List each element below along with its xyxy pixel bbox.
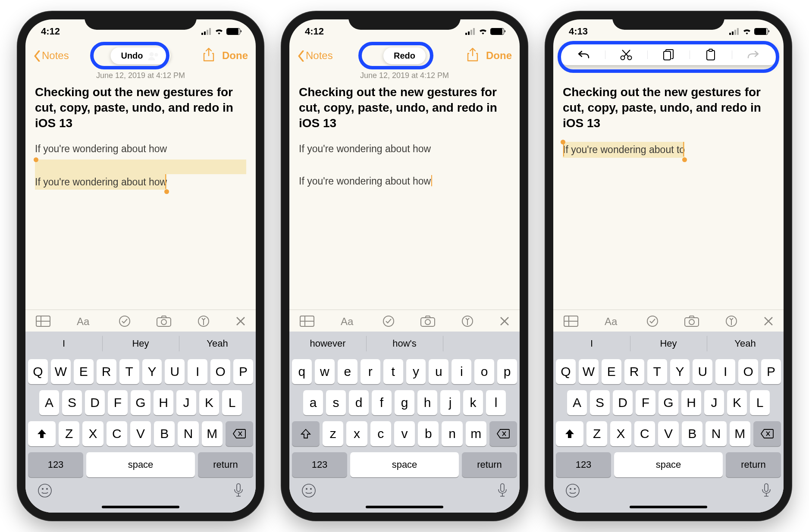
key-o[interactable]: o [474,359,494,384]
done-button[interactable]: Done [486,50,512,62]
key-b[interactable]: B [682,421,702,446]
key-s[interactable]: S [62,390,82,415]
key-y[interactable]: Y [142,359,162,384]
number-key[interactable]: 123 [556,452,611,477]
key-m[interactable]: M [202,421,223,446]
key-x[interactable]: X [82,421,103,446]
key-y[interactable]: Y [670,359,690,384]
number-key[interactable]: 123 [28,452,83,477]
key-f[interactable]: F [108,390,128,415]
key-c[interactable]: C [107,421,127,446]
key-j[interactable]: j [440,390,460,415]
table-icon[interactable] [36,316,50,327]
home-indicator[interactable] [630,506,707,508]
delete-key[interactable] [489,421,517,446]
table-icon[interactable] [300,316,314,327]
key-x[interactable]: X [610,421,631,446]
key-l[interactable]: L [750,390,770,415]
key-i[interactable]: I [715,359,735,384]
predictive-3[interactable] [443,332,520,356]
key-a[interactable]: A [39,390,59,415]
markup-icon[interactable] [725,315,737,327]
key-o[interactable]: O [738,359,758,384]
selection-handle-end[interactable] [682,157,687,162]
space-key[interactable]: space [86,452,195,477]
key-g[interactable]: g [395,390,414,415]
space-key[interactable]: space [614,452,723,477]
delete-key[interactable] [753,421,781,446]
key-i[interactable]: i [452,359,471,384]
key-e[interactable]: E [74,359,94,384]
key-x[interactable]: x [346,421,367,446]
shift-key[interactable] [556,421,583,446]
delete-key[interactable] [226,421,253,446]
predictive-1[interactable]: however [289,332,366,356]
key-y[interactable]: y [406,359,426,384]
text-format-icon[interactable]: Aa [77,316,92,327]
key-q[interactable]: Q [28,359,48,384]
key-q[interactable]: Q [556,359,576,384]
shift-key[interactable] [292,421,320,446]
key-k[interactable]: k [463,390,483,415]
close-toolbar-icon[interactable] [500,316,509,326]
predictive-2[interactable]: Hey [630,332,707,356]
key-c[interactable]: C [634,421,655,446]
key-t[interactable]: T [119,359,139,384]
edit-undo[interactable] [563,49,605,61]
key-c[interactable]: c [370,421,391,446]
key-k[interactable]: K [727,390,747,415]
key-v[interactable]: V [658,421,679,446]
nav-back-button[interactable]: Notes [33,50,69,62]
key-w[interactable]: W [579,359,599,384]
key-p[interactable]: p [497,359,517,384]
key-z[interactable]: z [323,421,343,446]
key-s[interactable]: s [326,390,346,415]
key-b[interactable]: b [418,421,439,446]
markup-icon[interactable] [198,315,210,327]
space-key[interactable]: space [350,452,459,477]
key-h[interactable]: H [154,390,173,415]
key-i[interactable]: I [188,359,207,384]
dictation-key[interactable] [497,483,508,498]
key-j[interactable]: J [704,390,724,415]
key-n[interactable]: N [706,421,726,446]
home-indicator[interactable] [366,506,443,508]
key-a[interactable]: a [303,390,323,415]
predictive-1[interactable]: I [553,332,630,356]
key-z[interactable]: Z [59,421,79,446]
key-l[interactable]: l [486,390,506,415]
emoji-key[interactable] [565,483,580,498]
note-content[interactable]: June 12, 2019 at 4:12 PM Checking out th… [25,69,256,310]
key-u[interactable]: U [165,359,185,384]
text-format-icon[interactable]: Aa [341,316,356,327]
predictive-3[interactable]: Yeah [179,332,256,356]
key-b[interactable]: B [154,421,175,446]
key-a[interactable]: A [567,390,587,415]
key-r[interactable]: R [97,359,116,384]
camera-icon[interactable] [684,316,699,327]
emoji-key[interactable] [301,483,316,498]
emoji-key[interactable] [38,483,52,498]
camera-icon[interactable] [420,316,435,327]
table-icon[interactable] [564,316,578,327]
key-r[interactable]: R [624,359,644,384]
key-p[interactable]: P [761,359,781,384]
checklist-icon[interactable] [119,315,131,327]
note-content[interactable]: · Checking out the new gestures for cut,… [553,69,784,310]
edit-paste[interactable] [690,49,732,61]
key-p[interactable]: P [233,359,253,384]
predictive-1[interactable]: I [25,332,102,356]
key-h[interactable]: h [417,390,437,415]
key-v[interactable]: v [394,421,415,446]
home-indicator[interactable] [102,506,179,508]
key-m[interactable]: m [466,421,486,446]
key-d[interactable]: d [349,390,369,415]
predictive-2[interactable]: how's [366,332,443,356]
key-f[interactable]: F [636,390,655,415]
key-g[interactable]: G [658,390,678,415]
key-m[interactable]: M [730,421,750,446]
redo-pill[interactable]: Redo [383,47,426,64]
key-w[interactable]: W [51,359,71,384]
predictive-3[interactable]: Yeah [707,332,784,356]
key-d[interactable]: D [613,390,633,415]
